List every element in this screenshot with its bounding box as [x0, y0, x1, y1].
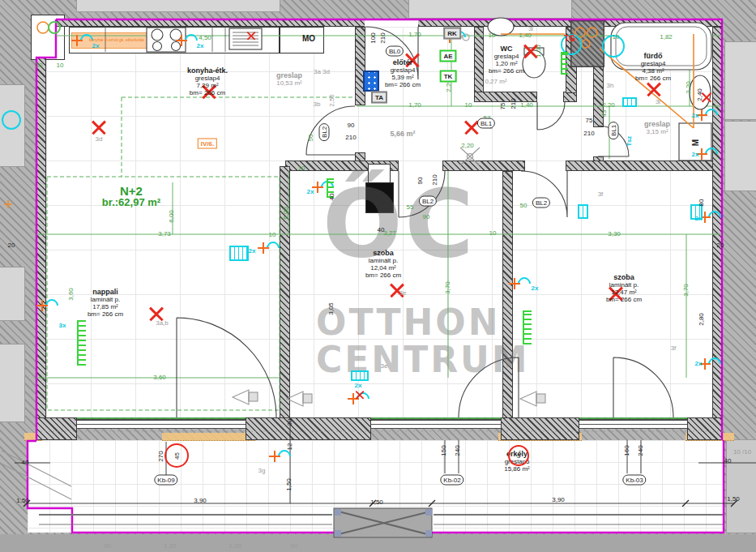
- tag-m: M: [691, 137, 700, 148]
- dim-label: 80: [698, 199, 705, 207]
- room-label-szoba-2: szobalaminált p.12,47 m²bm= 266 cm: [606, 273, 642, 303]
- dim-label: 3,30: [608, 231, 621, 237]
- tag-kb09: Kb-09: [154, 475, 177, 486]
- dim-label: 1,50: [16, 498, 29, 504]
- misc-gray-icons: [2, 34, 545, 499]
- black-dim-lines: [15, 417, 756, 507]
- dim-label: 3,27: [383, 230, 396, 237]
- dim-label: 12: [287, 443, 293, 451]
- dim-label: 2x: [249, 248, 256, 255]
- tag-mo: MO: [300, 34, 318, 43]
- dim-label: 20: [717, 242, 724, 249]
- dim-label: 3e: [381, 363, 388, 370]
- dim-label: 30: [36, 62, 43, 69]
- tag-tk: TK: [440, 71, 457, 83]
- radiator-icon: [561, 52, 568, 75]
- tag-kb02: Kb-02: [440, 475, 463, 486]
- dim-label: Tsz: [626, 136, 633, 147]
- dim-label: 3,90: [552, 497, 565, 503]
- dim-label: 1,70: [408, 32, 421, 38]
- tag-bl0: BL0: [386, 46, 404, 57]
- ceiling-fan-icon: [460, 148, 480, 165]
- dim-label: 90: [423, 214, 430, 220]
- dim-label: 40: [378, 227, 385, 233]
- dim-label: 2,20: [686, 81, 692, 94]
- dim-label: 10: [298, 165, 305, 172]
- tag-ae: AE: [439, 50, 456, 62]
- dim-label: 10: [269, 232, 276, 238]
- dim-label: 40: [724, 458, 732, 464]
- dim-label: 75: [586, 118, 593, 124]
- circled-note: 45: [164, 443, 189, 468]
- dim-label: 0,27 m²: [485, 79, 506, 85]
- room-label-nappali: nappalilaminált p.17,85 m²bm= 266 cm: [88, 288, 123, 318]
- dim-label: 2,40: [697, 88, 703, 101]
- kitchen-hood-note: konyhai el.szívó gk. elburkolás: [89, 38, 144, 42]
- dim-label: 3i: [528, 26, 533, 32]
- tag-ta: TA: [371, 92, 387, 104]
- dim-label: 3,73: [158, 231, 171, 237]
- tag-bl1: BL1: [609, 122, 619, 139]
- dim-label: 3x: [59, 323, 66, 329]
- dim-label: 55: [407, 204, 414, 211]
- dim-label: 43: [601, 110, 608, 118]
- radiator-icon: [523, 310, 532, 344]
- dim-label: 2,80: [698, 313, 705, 326]
- dim-label: 1,93: [229, 543, 241, 550]
- dim-label: 210: [345, 135, 356, 141]
- dim-label: 1,00: [536, 45, 542, 58]
- outlet-box-icon: [351, 370, 369, 381]
- dim-label: 3g: [258, 468, 266, 474]
- dim-label: 160: [624, 445, 630, 456]
- dim-label: 2x: [197, 43, 204, 49]
- dim-label: 50: [520, 203, 527, 209]
- dim-label: 3f: [598, 191, 604, 198]
- dim-label: 3,60: [68, 288, 75, 301]
- dim-label: 10: [465, 102, 472, 109]
- dim-label: 2x: [695, 216, 703, 222]
- room-label-konyha-etkezo: konyha-étk.greslap47,29 m²bm= 266 cm: [187, 66, 228, 96]
- tag-bl2: BL2: [532, 198, 550, 208]
- dim-label: 90: [105, 543, 112, 550]
- dim-label: 2x: [307, 189, 314, 195]
- dim-label: 1,50: [370, 499, 383, 506]
- tag-bl2: BL2: [419, 196, 437, 207]
- dim-label: 20: [8, 242, 15, 249]
- outlet-box-icon: [578, 204, 588, 219]
- tag-rk: RK: [443, 28, 461, 40]
- dim-label: 3,70: [683, 284, 690, 297]
- dim-label: 2x: [692, 152, 699, 158]
- dim-label: 6,00: [169, 210, 175, 223]
- room-label-konyha-greslap: greslap10,53 m²: [276, 71, 302, 87]
- room-label-wc: WCgreslap41,20 m²bm= 266 cm: [489, 45, 524, 75]
- room-label-unit-area: N+2br.:62,97 m²: [102, 185, 160, 208]
- circled-note: 3: [508, 445, 529, 466]
- dim-label: 2,20: [461, 143, 474, 149]
- dim-label: 1,82: [660, 34, 673, 41]
- dim-label: 3,05: [328, 302, 335, 315]
- outlet-box-icon: [622, 97, 637, 107]
- dim-label: 90: [417, 178, 424, 185]
- door-swings: [177, 27, 673, 417]
- dim-label: 210: [510, 98, 517, 109]
- tag-kb03: Kb-03: [622, 475, 646, 486]
- dim-label: 3,60: [153, 374, 166, 381]
- dim-label: 150: [441, 445, 447, 456]
- radiator-icon: [77, 320, 86, 366]
- dim-label: 40: [22, 460, 29, 466]
- dim-label: 3,90: [194, 498, 207, 504]
- tag-bl2: BL2: [319, 123, 330, 141]
- dim-label: 2x: [92, 43, 100, 49]
- dim-label: 4,50: [199, 35, 211, 41]
- dim-label: 6,00: [283, 207, 289, 220]
- dim-label: 1,40: [519, 32, 532, 39]
- dim-label: 2x: [532, 285, 539, 292]
- dim-label: 10: [57, 62, 64, 69]
- dim-label: 40: [329, 194, 335, 201]
- room-label-furdo-greslap: greslap3,15 m²: [644, 120, 670, 135]
- outlet-box-icon: [229, 246, 249, 261]
- dim-label: 10 /10: [733, 449, 751, 456]
- dim-label: 100: [370, 32, 377, 43]
- dim-label: 90: [348, 122, 355, 129]
- dim-label: 210: [583, 131, 594, 137]
